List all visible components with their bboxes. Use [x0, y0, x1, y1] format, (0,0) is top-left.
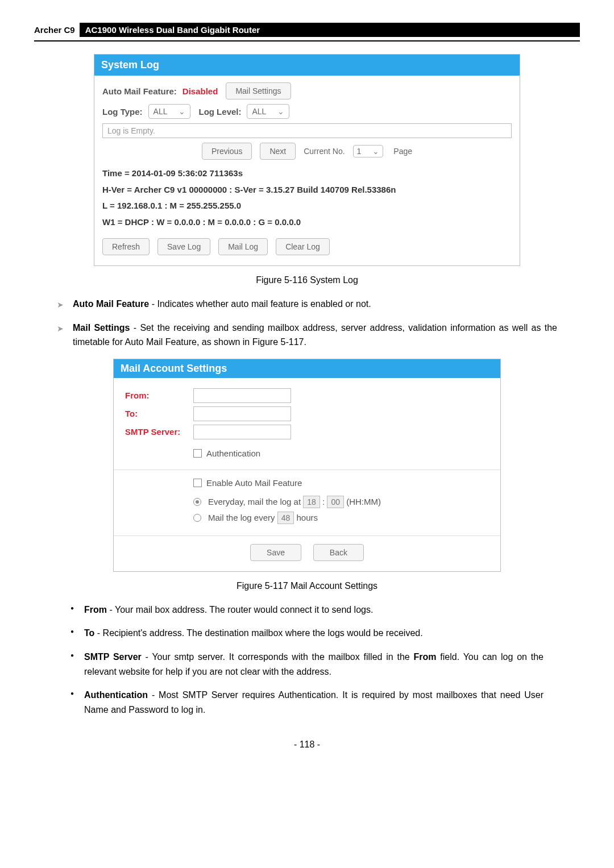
panel-title: Mail Account Settings: [114, 359, 500, 378]
header-rule: [34, 40, 580, 41]
page-word: Page: [393, 147, 412, 156]
bullet-item: To - Recipient's address. The destinatio…: [70, 626, 544, 641]
opt1-text: Everyday, mail the log at: [208, 497, 301, 506]
auto-mail-label: Auto Mail Feature:: [102, 86, 177, 96]
opt2-suffix: hours: [296, 513, 318, 522]
to-label: To:: [125, 409, 193, 418]
log-content: Log is Empty.: [102, 123, 512, 138]
every-hours-radio[interactable]: [193, 514, 201, 522]
opt2-text: Mail the log every: [208, 513, 275, 522]
enable-automail-checkbox[interactable]: [193, 479, 202, 487]
log-level-select[interactable]: ALL⌄: [247, 104, 289, 119]
clear-log-button[interactable]: Clear Log: [276, 238, 330, 255]
system-log-panel: System Log Auto Mail Feature: Disabled M…: [94, 54, 520, 266]
figure-caption: Figure 5-116 System Log: [34, 275, 580, 285]
next-button[interactable]: Next: [260, 143, 296, 160]
mail-account-panel: Mail Account Settings From: To: SMTP Ser…: [113, 359, 501, 572]
chevron-down-icon: ⌄: [372, 147, 379, 156]
page-number: - 118 -: [34, 740, 580, 750]
bullet-item: SMTP Server - Your smtp server. It corre…: [70, 650, 544, 679]
save-log-button[interactable]: Save Log: [157, 238, 210, 255]
from-input[interactable]: [193, 388, 291, 403]
hour-input[interactable]: 18: [303, 496, 320, 508]
log-line: W1 = DHCP : W = 0.0.0.0 : M = 0.0.0.0 : …: [102, 214, 512, 231]
chevron-down-icon: ⌄: [179, 107, 185, 116]
panel-title: System Log: [94, 55, 520, 76]
smtp-label: SMTP Server:: [125, 427, 193, 437]
log-type-label: Log Type:: [102, 107, 143, 117]
authentication-checkbox[interactable]: [193, 449, 202, 458]
log-line: Time = 2014-01-09 5:36:02 711363s: [102, 165, 512, 182]
log-level-label: Log Level:: [198, 107, 241, 117]
header-model: Archer C9: [34, 25, 75, 35]
to-input[interactable]: [193, 406, 291, 421]
log-line: L = 192.168.0.1 : M = 255.255.255.0: [102, 198, 512, 214]
enable-automail-label: Enable Auto Mail Feature: [206, 478, 302, 488]
chevron-down-icon: ⌄: [277, 107, 284, 116]
refresh-button[interactable]: Refresh: [102, 238, 150, 255]
back-button[interactable]: Back: [313, 544, 364, 561]
previous-button[interactable]: Previous: [202, 143, 252, 160]
minute-input[interactable]: 00: [327, 496, 344, 508]
current-no-label: Current No.: [304, 147, 345, 156]
smtp-input[interactable]: [193, 425, 291, 439]
bullet-item: Mail Settings - Set the receiving and se…: [57, 321, 557, 350]
auto-mail-value: Disabled: [182, 86, 218, 96]
authentication-label: Authentication: [206, 448, 260, 458]
from-label: From:: [125, 391, 193, 400]
save-button[interactable]: Save: [250, 544, 301, 561]
opt1-suffix: (HH:MM): [346, 497, 381, 506]
log-type-select[interactable]: ALL⌄: [148, 104, 191, 119]
hours-input[interactable]: 48: [277, 512, 294, 524]
bullet-item: Authentication - Most SMTP Server requir…: [70, 688, 544, 717]
log-line: H-Ver = Archer C9 v1 00000000 : S-Ver = …: [102, 182, 512, 198]
bullet-item: Auto Mail Feature - Indicates whether au…: [57, 297, 557, 312]
bullet-item: From - Your mail box address. The router…: [70, 603, 544, 617]
mail-settings-button[interactable]: Mail Settings: [226, 82, 291, 99]
mail-log-button[interactable]: Mail Log: [218, 238, 268, 255]
page-select[interactable]: 1⌄: [353, 145, 384, 157]
header-title: AC1900 Wireless Dual Band Gigabit Router: [80, 23, 580, 37]
everyday-radio[interactable]: [193, 498, 201, 506]
figure-caption: Figure 5-117 Mail Account Settings: [34, 581, 580, 591]
